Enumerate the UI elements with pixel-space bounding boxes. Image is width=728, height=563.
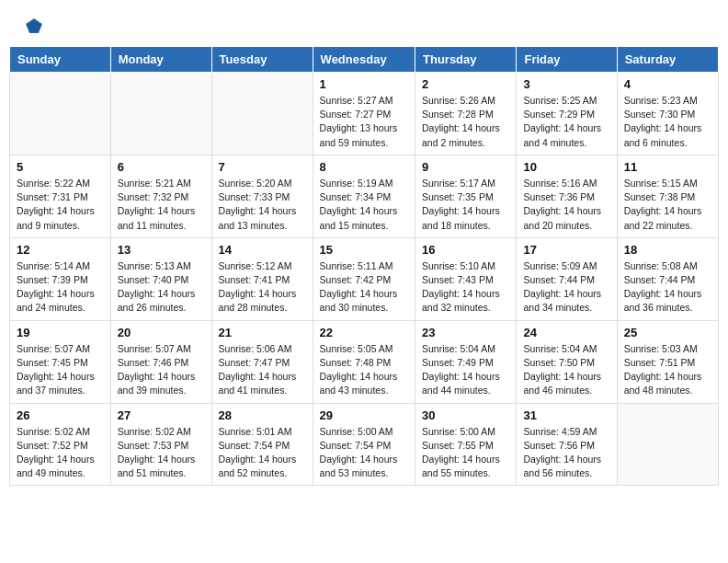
day-number: 1	[320, 77, 408, 91]
calendar-cell: 22Sunrise: 5:05 AM Sunset: 7:48 PM Dayli…	[313, 320, 415, 403]
day-number: 4	[624, 77, 711, 91]
header	[0, 0, 728, 46]
day-number: 2	[422, 77, 509, 91]
calendar-cell: 29Sunrise: 5:00 AM Sunset: 7:54 PM Dayli…	[313, 403, 415, 486]
day-info: Sunrise: 5:00 AM Sunset: 7:54 PM Dayligh…	[320, 425, 408, 481]
logo	[22, 17, 44, 37]
calendar-cell: 28Sunrise: 5:01 AM Sunset: 7:54 PM Dayli…	[211, 403, 313, 486]
weekday-header-row: SundayMondayTuesdayWednesdayThursdayFrid…	[10, 47, 719, 73]
calendar-cell: 4Sunrise: 5:23 AM Sunset: 7:30 PM Daylig…	[617, 73, 718, 155]
calendar-wrap: SundayMondayTuesdayWednesdayThursdayFrid…	[0, 46, 728, 495]
day-info: Sunrise: 5:15 AM Sunset: 7:38 PM Dayligh…	[624, 177, 711, 233]
day-info: Sunrise: 5:19 AM Sunset: 7:34 PM Dayligh…	[320, 177, 408, 233]
calendar-cell: 7Sunrise: 5:20 AM Sunset: 7:33 PM Daylig…	[211, 155, 313, 237]
logo-flag-icon	[24, 17, 44, 37]
day-info: Sunrise: 5:09 AM Sunset: 7:44 PM Dayligh…	[523, 259, 609, 316]
calendar-cell: 6Sunrise: 5:21 AM Sunset: 7:32 PM Daylig…	[110, 155, 211, 237]
weekday-header-tuesday: Tuesday	[211, 47, 313, 73]
day-info: Sunrise: 5:21 AM Sunset: 7:32 PM Dayligh…	[118, 177, 205, 233]
calendar-cell: 27Sunrise: 5:02 AM Sunset: 7:53 PM Dayli…	[110, 403, 211, 486]
day-number: 23	[422, 326, 509, 339]
calendar-cell: 3Sunrise: 5:25 AM Sunset: 7:29 PM Daylig…	[517, 73, 617, 155]
day-info: Sunrise: 5:03 AM Sunset: 7:51 PM Dayligh…	[624, 342, 711, 398]
calendar-cell: 5Sunrise: 5:22 AM Sunset: 7:31 PM Daylig…	[10, 155, 111, 237]
day-info: Sunrise: 5:05 AM Sunset: 7:48 PM Dayligh…	[320, 342, 408, 398]
day-info: Sunrise: 5:10 AM Sunset: 7:43 PM Dayligh…	[422, 259, 509, 316]
day-number: 13	[118, 243, 205, 257]
day-number: 27	[118, 408, 205, 422]
calendar-cell: 30Sunrise: 5:00 AM Sunset: 7:55 PM Dayli…	[415, 403, 517, 486]
day-info: Sunrise: 5:06 AM Sunset: 7:47 PM Dayligh…	[219, 342, 306, 398]
day-number: 7	[219, 160, 306, 174]
calendar-week-row: 12Sunrise: 5:14 AM Sunset: 7:39 PM Dayli…	[10, 237, 719, 320]
calendar-cell: 31Sunrise: 4:59 AM Sunset: 7:56 PM Dayli…	[517, 403, 617, 486]
day-number: 30	[422, 408, 509, 422]
day-number: 16	[422, 243, 509, 257]
day-number: 25	[624, 326, 711, 339]
day-number: 10	[523, 160, 609, 174]
day-number: 14	[219, 243, 306, 257]
calendar-week-row: 19Sunrise: 5:07 AM Sunset: 7:45 PM Dayli…	[10, 320, 719, 403]
day-info: Sunrise: 5:04 AM Sunset: 7:49 PM Dayligh…	[422, 342, 509, 398]
day-number: 11	[624, 160, 711, 174]
calendar-cell: 16Sunrise: 5:10 AM Sunset: 7:43 PM Dayli…	[415, 237, 517, 320]
calendar-cell: 21Sunrise: 5:06 AM Sunset: 7:47 PM Dayli…	[211, 320, 313, 403]
day-number: 28	[219, 408, 306, 422]
day-number: 24	[523, 326, 609, 339]
day-number: 18	[624, 243, 711, 257]
day-number: 5	[17, 160, 104, 174]
calendar-cell: 9Sunrise: 5:17 AM Sunset: 7:35 PM Daylig…	[415, 155, 517, 237]
calendar-cell: 20Sunrise: 5:07 AM Sunset: 7:46 PM Dayli…	[110, 320, 211, 403]
calendar-cell	[211, 73, 313, 155]
weekday-header-saturday: Saturday	[617, 47, 718, 73]
day-number: 31	[523, 408, 609, 422]
calendar-week-row: 1Sunrise: 5:27 AM Sunset: 7:27 PM Daylig…	[10, 73, 719, 155]
calendar-cell	[617, 403, 718, 486]
day-info: Sunrise: 5:27 AM Sunset: 7:27 PM Dayligh…	[320, 94, 408, 150]
weekday-header-wednesday: Wednesday	[313, 47, 415, 73]
day-info: Sunrise: 5:13 AM Sunset: 7:40 PM Dayligh…	[118, 259, 205, 316]
day-number: 19	[17, 326, 104, 339]
calendar-cell: 23Sunrise: 5:04 AM Sunset: 7:49 PM Dayli…	[415, 320, 517, 403]
calendar-cell: 17Sunrise: 5:09 AM Sunset: 7:44 PM Dayli…	[517, 237, 617, 320]
day-info: Sunrise: 5:16 AM Sunset: 7:36 PM Dayligh…	[523, 177, 609, 233]
day-info: Sunrise: 5:17 AM Sunset: 7:35 PM Dayligh…	[422, 177, 509, 233]
day-info: Sunrise: 5:07 AM Sunset: 7:45 PM Dayligh…	[17, 342, 104, 398]
day-number: 21	[219, 326, 306, 339]
calendar-cell: 11Sunrise: 5:15 AM Sunset: 7:38 PM Dayli…	[617, 155, 718, 237]
day-info: Sunrise: 5:00 AM Sunset: 7:55 PM Dayligh…	[422, 425, 509, 481]
day-number: 15	[320, 243, 408, 257]
day-info: Sunrise: 5:22 AM Sunset: 7:31 PM Dayligh…	[17, 177, 104, 233]
day-number: 8	[320, 160, 408, 174]
day-info: Sunrise: 5:20 AM Sunset: 7:33 PM Dayligh…	[219, 177, 306, 233]
calendar-cell: 25Sunrise: 5:03 AM Sunset: 7:51 PM Dayli…	[617, 320, 718, 403]
page: SundayMondayTuesdayWednesdayThursdayFrid…	[0, 0, 728, 495]
day-info: Sunrise: 5:11 AM Sunset: 7:42 PM Dayligh…	[320, 259, 408, 316]
calendar-cell: 10Sunrise: 5:16 AM Sunset: 7:36 PM Dayli…	[517, 155, 617, 237]
calendar-week-row: 5Sunrise: 5:22 AM Sunset: 7:31 PM Daylig…	[10, 155, 719, 237]
day-number: 20	[118, 326, 205, 339]
day-info: Sunrise: 5:26 AM Sunset: 7:28 PM Dayligh…	[422, 94, 509, 150]
day-number: 9	[422, 160, 509, 174]
day-number: 12	[17, 243, 104, 257]
day-number: 26	[17, 408, 104, 422]
calendar-cell: 26Sunrise: 5:02 AM Sunset: 7:52 PM Dayli…	[10, 403, 111, 486]
day-number: 6	[118, 160, 205, 174]
calendar-cell: 2Sunrise: 5:26 AM Sunset: 7:28 PM Daylig…	[415, 73, 517, 155]
calendar-cell	[10, 73, 111, 155]
weekday-header-thursday: Thursday	[415, 47, 517, 73]
weekday-header-sunday: Sunday	[10, 47, 111, 73]
calendar-cell: 14Sunrise: 5:12 AM Sunset: 7:41 PM Dayli…	[211, 237, 313, 320]
calendar-cell: 1Sunrise: 5:27 AM Sunset: 7:27 PM Daylig…	[313, 73, 415, 155]
day-info: Sunrise: 5:25 AM Sunset: 7:29 PM Dayligh…	[523, 94, 609, 150]
day-number: 22	[320, 326, 408, 339]
day-info: Sunrise: 5:08 AM Sunset: 7:44 PM Dayligh…	[624, 259, 711, 316]
day-info: Sunrise: 5:02 AM Sunset: 7:52 PM Dayligh…	[17, 425, 104, 481]
weekday-header-friday: Friday	[517, 47, 617, 73]
day-info: Sunrise: 5:12 AM Sunset: 7:41 PM Dayligh…	[219, 259, 306, 316]
day-info: Sunrise: 5:02 AM Sunset: 7:53 PM Dayligh…	[118, 425, 205, 481]
calendar-cell: 13Sunrise: 5:13 AM Sunset: 7:40 PM Dayli…	[110, 237, 211, 320]
calendar-cell: 15Sunrise: 5:11 AM Sunset: 7:42 PM Dayli…	[313, 237, 415, 320]
day-info: Sunrise: 5:01 AM Sunset: 7:54 PM Dayligh…	[219, 425, 306, 481]
calendar-cell: 24Sunrise: 5:04 AM Sunset: 7:50 PM Dayli…	[517, 320, 617, 403]
